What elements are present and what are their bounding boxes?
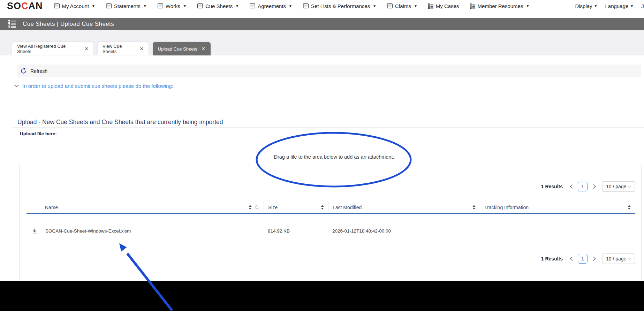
- sort-icon[interactable]: [321, 205, 324, 210]
- table-header: Name Size Last Modified Tracking Informa…: [26, 202, 635, 214]
- chevron-right-icon: [593, 256, 596, 261]
- nav-item-cue-sheets[interactable]: Cue Sheets▼: [197, 3, 239, 9]
- chevron-right-icon: [593, 184, 596, 189]
- page-number-button[interactable]: 1: [578, 182, 588, 191]
- sort-icon[interactable]: [628, 205, 631, 210]
- socan-logo: SOCAN: [7, 1, 43, 12]
- menu-card-icon: [197, 3, 203, 8]
- upload-file-label: Upload file here:: [20, 131, 57, 136]
- menu-card-icon: [106, 3, 112, 8]
- chevron-down-icon: [628, 185, 632, 188]
- caret-down-icon: ▼: [526, 4, 529, 8]
- column-header-size[interactable]: Size: [264, 202, 328, 213]
- page-size-select[interactable]: 10 / page: [602, 253, 635, 264]
- nav-item-language[interactable]: Language▼: [605, 3, 634, 9]
- instructions-toggle[interactable]: In order to upload and submit cue sheets…: [14, 83, 173, 89]
- close-icon[interactable]: ✕: [202, 46, 206, 51]
- nav-item-set-lists-performances[interactable]: Set Lists & Performances▼: [303, 3, 376, 9]
- page-header-bar: Cue Sheets | Upload Cue Sheets: [0, 18, 644, 30]
- chevron-down-icon: [628, 258, 632, 260]
- menu-card-icon: [54, 3, 60, 8]
- upload-table-card: 1 Results 1 10 / page Name Size Last Mod…: [19, 164, 642, 283]
- file-name: SOCAN-Cue-Sheet-Windows-Excel.xlsm: [45, 228, 131, 234]
- refresh-icon: [20, 68, 27, 74]
- menu-card-icon: [387, 3, 393, 8]
- caret-down-icon: ▼: [183, 4, 187, 8]
- caret-down-icon: ▼: [414, 4, 417, 8]
- next-page-button[interactable]: [591, 254, 597, 263]
- nav-item-my-cases[interactable]: My Cases: [428, 3, 459, 9]
- nav-item-my-account[interactable]: My Account▼: [54, 3, 95, 9]
- prev-page-button[interactable]: [568, 254, 574, 263]
- caret-down-icon: ▼: [143, 4, 147, 8]
- tab-strip: View All Registered Cue Sheets ✕ View Cu…: [0, 30, 644, 55]
- menu-card-icon: [158, 3, 163, 8]
- nav-item-display[interactable]: Display▼: [575, 3, 597, 9]
- bottom-black-bar: [0, 281, 644, 311]
- caret-down-icon: ▼: [630, 4, 634, 8]
- pagination-top: 1 Results 1 10 / page: [541, 181, 635, 192]
- search-icon[interactable]: [255, 205, 259, 210]
- download-icon[interactable]: [32, 228, 38, 234]
- nav-menu: My Account▼ Statements▼ Works▼ Cue Sheet…: [54, 3, 530, 9]
- nav-right-group: Display▼ Language▼ Ja: [575, 3, 644, 9]
- caret-down-icon: ▼: [594, 4, 598, 8]
- nav-item-claims[interactable]: Claims▼: [387, 3, 417, 9]
- tab-upload-cue-sheets[interactable]: Upload Cue Sheets ✕: [153, 42, 211, 55]
- caret-down-icon: ▼: [289, 4, 292, 8]
- chevron-left-icon: [570, 184, 573, 189]
- list-icon: [8, 20, 16, 28]
- menu-list-icon: [428, 3, 433, 9]
- sort-icon[interactable]: [472, 205, 476, 210]
- pagination-bottom: 1 Results 1 10 / page: [541, 253, 635, 264]
- close-icon[interactable]: ✕: [84, 46, 89, 51]
- chevron-down-icon: [14, 84, 19, 88]
- section-divider: [12, 128, 644, 128]
- menu-list-icon: [470, 3, 475, 9]
- results-count: 1 Results: [541, 184, 563, 189]
- close-icon[interactable]: ✕: [139, 46, 144, 51]
- nav-item-member-resources[interactable]: Member Resources▼: [470, 3, 530, 9]
- nav-item-works[interactable]: Works▼: [158, 3, 187, 9]
- sort-icon[interactable]: [249, 205, 252, 210]
- page-title: Cue Sheets | Upload Cue Sheets: [23, 21, 114, 28]
- column-header-name[interactable]: Name: [26, 202, 264, 213]
- nav-item-agreements[interactable]: Agreements▼: [250, 3, 292, 9]
- page-size-select[interactable]: 10 / page: [602, 181, 635, 192]
- nav-item-user[interactable]: Ja: [641, 3, 644, 9]
- results-count: 1 Results: [541, 256, 563, 261]
- next-page-button[interactable]: [591, 182, 597, 191]
- caret-down-icon: ▼: [235, 4, 239, 8]
- table-row[interactable]: SOCAN-Cue-Sheet-Windows-Excel.xlsm 814.9…: [26, 214, 635, 248]
- tab-view-cue-sheets[interactable]: View Cue Sheets ✕: [98, 42, 149, 55]
- caret-down-icon: ▼: [373, 4, 376, 8]
- section-title: Upload - New Cue Sheets and Cue Sheets t…: [17, 119, 223, 126]
- prev-page-button[interactable]: [568, 182, 574, 191]
- file-last-modified: 2026-01-12T18:48:42-00:00: [328, 228, 480, 234]
- caret-down-icon: ▼: [92, 4, 95, 8]
- nav-item-statements[interactable]: Statements▼: [106, 3, 147, 9]
- column-header-last-modified[interactable]: Last Modified: [328, 202, 480, 213]
- top-navigation: SOCAN My Account▼ Statements▼ Works▼ Cue…: [0, 0, 644, 12]
- page-number-button[interactable]: 1: [578, 254, 588, 264]
- file-size: 814.92 KB: [264, 228, 328, 234]
- chevron-left-icon: [570, 256, 573, 261]
- menu-card-icon: [303, 3, 309, 8]
- refresh-button[interactable]: Refresh: [17, 65, 641, 77]
- annotation-text: Drag a file to the area below to add as …: [256, 154, 412, 160]
- column-header-tracking-information[interactable]: Tracking Information: [480, 202, 635, 213]
- tab-view-all-registered-cue-sheets[interactable]: View All Registered Cue Sheets ✕: [12, 42, 93, 55]
- menu-card-icon: [250, 3, 255, 8]
